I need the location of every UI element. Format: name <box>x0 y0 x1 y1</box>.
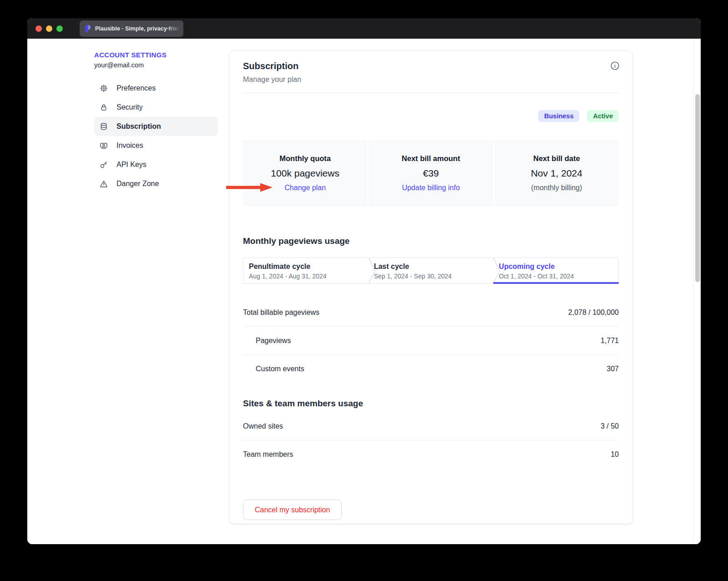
sidebar-item-label: Preferences <box>116 84 156 92</box>
stat-label: Monthly quota <box>279 154 331 163</box>
active-tab-underline <box>493 282 619 284</box>
cycle-tab-label: Last cycle <box>374 263 494 271</box>
scrollbar-gutter-divider <box>693 39 694 544</box>
database-icon <box>100 122 108 131</box>
pageviews-usage-heading: Monthly pageviews usage <box>243 236 619 246</box>
table-row: Owned sites 3 / 50 <box>243 412 619 440</box>
row-label: Total billable pageviews <box>243 308 319 317</box>
sites-usage-table: Owned sites 3 / 50 Team members 10 <box>243 412 619 469</box>
pageviews-usage-table: Total billable pageviews 2,078 / 100,000… <box>243 298 619 383</box>
browser-tab[interactable]: Plausible · Simple, privacy-frien <box>80 20 183 37</box>
cycle-tab-range: Sep 1, 2024 - Sep 30, 2024 <box>374 273 494 280</box>
close-window-button[interactable] <box>35 25 42 32</box>
stat-value: Nov 1, 2024 <box>531 168 582 179</box>
panel-title: Subscription <box>243 51 619 71</box>
sidebar-item-subscription[interactable]: Subscription <box>94 117 218 136</box>
scrollbar-thumb[interactable] <box>695 94 700 282</box>
key-icon <box>100 161 108 169</box>
stat-monthly-quota: Monthly quota 100k pageviews Change plan <box>243 140 367 206</box>
stat-value: 100k pageviews <box>271 168 339 179</box>
sidebar-item-label: Invoices <box>116 141 143 150</box>
tab-upcoming-cycle[interactable]: Upcoming cycle Oct 1, 2024 - Oct 31, 202… <box>493 258 618 283</box>
account-settings-sidebar: ACCOUNT SETTINGS your@email.com Preferen… <box>94 51 218 193</box>
window-titlebar: Plausible · Simple, privacy-frien <box>27 18 701 39</box>
plausible-logo-icon <box>84 25 91 33</box>
table-row: Team members 10 <box>243 440 619 469</box>
row-value: 3 / 50 <box>601 422 619 430</box>
sites-usage-heading: Sites & team members usage <box>243 399 619 409</box>
plan-badge: Business <box>538 110 579 122</box>
row-value: 2,078 / 100,000 <box>568 308 619 317</box>
sidebar-item-preferences[interactable]: Preferences <box>94 79 218 98</box>
sidebar-item-security[interactable]: Security <box>94 98 218 117</box>
cycle-tab-range: Aug 1, 2024 - Aug 31, 2024 <box>249 273 369 280</box>
billing-stats: Monthly quota 100k pageviews Change plan… <box>243 140 619 206</box>
stat-label: Next bill date <box>533 154 580 163</box>
minimize-window-button[interactable] <box>46 25 52 32</box>
stat-next-bill-date: Next bill date Nov 1, 2024 (monthly bill… <box>495 140 619 206</box>
tab-title: Plausible · Simple, privacy-frien <box>95 25 179 32</box>
sidebar-title: ACCOUNT SETTINGS <box>94 51 218 59</box>
zoom-window-button[interactable] <box>56 25 63 32</box>
subscription-panel: Subscription Manage your plan Business A… <box>229 51 633 524</box>
sidebar-item-danger-zone[interactable]: Danger Zone <box>94 174 218 193</box>
row-label: Owned sites <box>243 422 283 430</box>
sidebar-item-label: Subscription <box>116 122 161 131</box>
banknote-icon <box>100 141 108 150</box>
sidebar-item-label: Danger Zone <box>116 180 159 188</box>
row-label: Pageviews <box>256 337 291 345</box>
panel-subtitle: Manage your plan <box>243 76 619 84</box>
update-billing-link[interactable]: Update billing info <box>402 184 460 192</box>
sidebar-nav: Preferences Security <box>94 79 218 193</box>
account-email: your@email.com <box>94 61 218 69</box>
row-label: Team members <box>243 450 293 459</box>
tab-last-cycle[interactable]: Last cycle Sep 1, 2024 - Sep 30, 2024 <box>369 258 494 283</box>
row-value: 307 <box>607 365 619 373</box>
lock-icon <box>100 103 108 111</box>
traffic-lights <box>35 25 63 32</box>
billing-cycle-tabs: Penultimate cycle Aug 1, 2024 - Aug 31, … <box>243 258 619 284</box>
row-value: 1,771 <box>601 337 619 345</box>
warning-icon <box>100 180 108 188</box>
row-value: 10 <box>611 450 619 459</box>
header-divider <box>243 93 619 93</box>
sidebar-item-label: API Keys <box>116 161 147 169</box>
info-icon[interactable] <box>610 61 620 71</box>
cycle-tab-label: Penultimate cycle <box>249 263 369 271</box>
billing-cycle-note: (monthly billing) <box>531 184 582 192</box>
cancel-subscription-button[interactable]: Cancel my subscription <box>243 500 342 520</box>
change-plan-link[interactable]: Change plan <box>284 184 326 192</box>
stat-value: €39 <box>423 168 439 179</box>
sidebar-item-api-keys[interactable]: API Keys <box>94 155 218 174</box>
cycle-tab-range: Oct 1, 2024 - Oct 31, 2024 <box>499 273 618 280</box>
cycle-tab-label: Upcoming cycle <box>499 263 618 271</box>
row-label: Custom events <box>256 365 304 373</box>
table-row: Pageviews 1,771 <box>243 327 619 355</box>
sidebar-item-invoices[interactable]: Invoices <box>94 136 218 155</box>
table-row: Custom events 307 <box>243 355 619 383</box>
sidebar-item-label: Security <box>116 103 143 111</box>
plan-badges: Business Active <box>243 110 619 122</box>
page-content: ACCOUNT SETTINGS your@email.com Preferen… <box>27 39 701 544</box>
browser-window: Plausible · Simple, privacy-frien ACCOUN… <box>27 18 701 544</box>
gear-icon <box>100 84 108 92</box>
stat-label: Next bill amount <box>402 154 460 163</box>
stat-next-bill-amount: Next bill amount €39 Update billing info <box>369 140 493 206</box>
tab-penultimate-cycle[interactable]: Penultimate cycle Aug 1, 2024 - Aug 31, … <box>243 258 369 283</box>
table-row: Total billable pageviews 2,078 / 100,000 <box>243 298 619 327</box>
status-badge: Active <box>587 110 619 122</box>
